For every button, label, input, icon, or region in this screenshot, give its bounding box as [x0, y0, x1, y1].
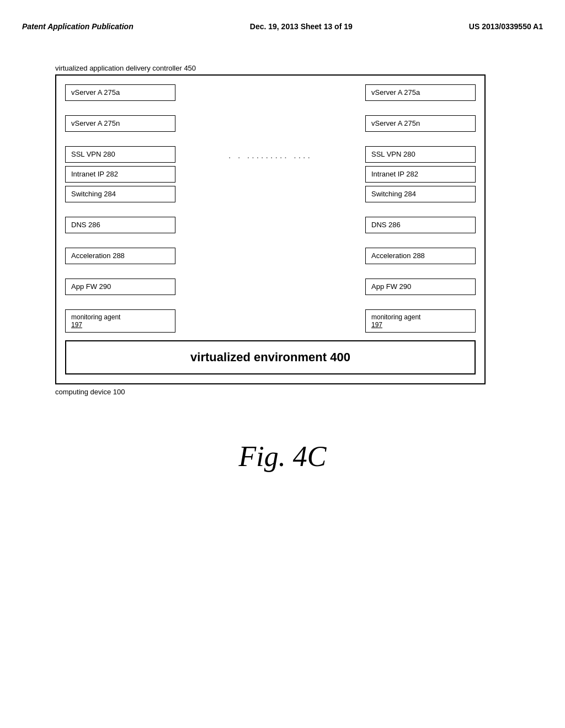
switching-284-left: Switching 284 — [65, 186, 175, 202]
ssl-vpn-280-left: SSL VPN 280 — [65, 146, 175, 163]
left-column: vServer A 275a vServer A 275n SSL VPN 28… — [65, 84, 175, 336]
right-column: vServer A 275a vServer A 275n SSL VPN 28… — [365, 84, 476, 336]
outer-controller-box: vServer A 275a vServer A 275n SSL VPN 28… — [55, 74, 486, 384]
vserver-a-275n-left: vServer A 275n — [65, 115, 175, 132]
dns-286-left: DNS 286 — [65, 217, 175, 233]
venv-box: virtualized environment 400 — [65, 340, 476, 374]
figure-label: Fig. 4C — [22, 440, 543, 473]
intranet-ip-282-left: Intranet IP 282 — [65, 166, 175, 183]
vserver-a-275a-left: vServer A 275a — [65, 84, 175, 101]
ssl-vpn-280-right: SSL VPN 280 — [365, 146, 476, 163]
header-patent-number: US 2013/0339550 A1 — [469, 22, 543, 31]
header-date-sheet: Dec. 19, 2013 Sheet 13 of 19 — [250, 22, 353, 31]
acceleration-288-left: Acceleration 288 — [65, 248, 175, 264]
monitoring-agent-197-left: monitoring agent197 — [65, 309, 175, 333]
switching-284-right: Switching 284 — [365, 186, 476, 202]
page: Patent Application Publication Dec. 19, … — [0, 0, 565, 728]
app-fw-290-right: App FW 290 — [365, 279, 476, 295]
page-header: Patent Application Publication Dec. 19, … — [22, 11, 543, 31]
monitoring-agent-197-right: monitoring agent197 — [365, 309, 476, 333]
diagram-area: virtualized application delivery control… — [55, 64, 543, 396]
acceleration-288-right: Acceleration 288 — [365, 248, 476, 264]
vserver-a-275a-right: vServer A 275a — [365, 84, 476, 101]
vserver-a-275n-right: vServer A 275n — [365, 115, 476, 132]
app-fw-290-left: App FW 290 — [65, 279, 175, 295]
venv-label: virtualized environment 400 — [190, 350, 350, 364]
header-publication: Patent Application Publication — [22, 22, 134, 31]
computing-device-label: computing device 100 — [55, 388, 125, 396]
dns-286-right: DNS 286 — [365, 217, 476, 233]
controller-label: virtualized application delivery control… — [55, 64, 196, 72]
servers-row: vServer A 275a vServer A 275n SSL VPN 28… — [65, 84, 476, 336]
middle-dots: . . ......... .... — [175, 84, 365, 160]
intranet-ip-282-right: Intranet IP 282 — [365, 166, 476, 183]
